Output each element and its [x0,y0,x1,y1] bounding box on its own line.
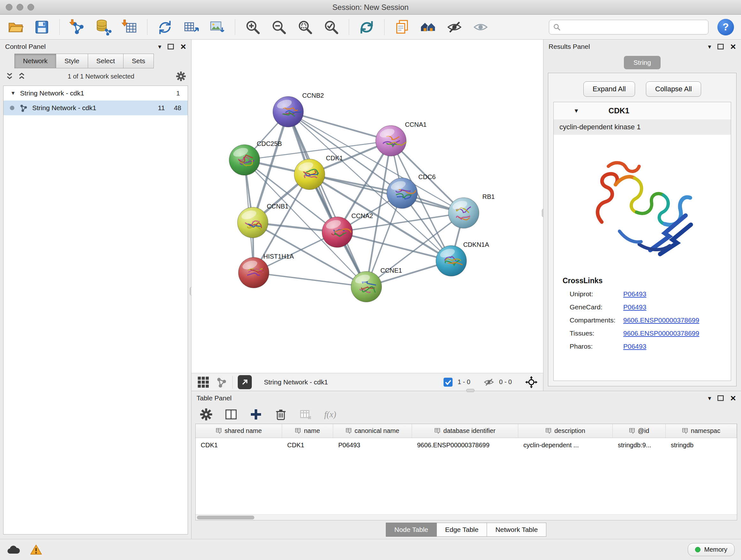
import-network-from-database-button[interactable] [95,18,112,36]
close-panel-icon[interactable]: × [180,42,186,51]
panel-menu-icon[interactable]: ▾ [158,44,161,50]
network-edge[interactable] [254,273,366,287]
zoom-window-button[interactable] [27,4,34,10]
tab-edge-table[interactable]: Edge Table [436,523,487,537]
tab-network[interactable]: Network [14,54,56,68]
create-column-plus-icon[interactable] [250,408,262,421]
column-header[interactable]: shared name [196,424,282,438]
help-button[interactable]: ? [718,19,734,36]
table-cell[interactable]: stringdb [666,438,737,452]
grid-view-icon[interactable] [197,375,210,389]
column-header[interactable]: namespac [666,424,737,438]
open-session-button[interactable] [7,18,24,36]
zoom-selected-button[interactable] [323,18,340,36]
hide-graphics-button[interactable] [446,18,463,36]
network-canvas[interactable]: CCNB2CCNA1CDC25BCDK1CDC6RB1CCNB1CCNA2CDK… [192,40,543,373]
network-node-cdk1[interactable]: CDK1 [294,154,343,190]
tab-select[interactable]: Select [88,54,124,68]
genecard-link[interactable]: P06493 [623,303,646,311]
import-network-from-file-button[interactable] [69,18,86,36]
copy-button[interactable] [394,18,411,36]
birds-eye-view-icon[interactable] [525,375,538,389]
tab-style[interactable]: Style [56,54,88,68]
results-panel-header: Results Panel ▾ × [543,40,741,54]
delete-column-trash-icon[interactable] [274,408,287,421]
table-cell[interactable]: stringdb:9... [613,438,666,452]
new-network-button[interactable] [156,18,174,36]
home-button[interactable] [420,18,437,36]
export-image-button[interactable] [209,18,226,36]
tissues-link[interactable]: 9606.ENSP00000378699 [623,329,699,337]
tab-sets[interactable]: Sets [123,54,154,68]
float-panel-icon[interactable] [167,44,174,50]
horizontal-scrollbar[interactable] [196,514,737,520]
network-node-cdc6[interactable]: CDC6 [387,173,435,208]
float-panel-icon[interactable] [718,44,724,50]
collapse-all-chevron-icon[interactable] [17,72,26,81]
zoom-out-button[interactable] [270,18,287,36]
scrollbar-thumb[interactable] [197,516,254,519]
show-graphics-button[interactable] [472,18,489,36]
expand-all-chevron-icon[interactable] [5,72,14,81]
horizontal-splitter-handle[interactable] [466,389,475,392]
crosslink-row: GeneCard: P06493 [562,303,731,311]
network-node-hist1h1a[interactable]: HIST1H1A [239,253,294,288]
tab-node-table[interactable]: Node Table [386,523,437,537]
table-settings-gear-icon[interactable] [200,408,212,421]
network-node-ccnb2[interactable]: CCNB2 [273,92,324,127]
node-label: CCNE1 [381,267,402,274]
table-cell[interactable]: cyclin-dependent ... [518,438,613,452]
collection-collapse-icon[interactable]: ▼ [10,90,16,96]
pharos-link[interactable]: P06493 [623,343,646,350]
network-node-ccna1[interactable]: CCNA1 [376,121,427,156]
table-cell[interactable]: P06493 [333,438,412,452]
close-panel-icon[interactable]: × [730,393,736,403]
import-table-from-file-button[interactable] [121,18,138,36]
expand-all-button[interactable]: Expand All [583,81,635,97]
warning-icon[interactable] [30,544,42,555]
zoom-in-button[interactable] [244,18,261,36]
collapse-all-button[interactable]: Collapse All [646,81,701,97]
column-header[interactable]: name [282,424,333,438]
tab-string[interactable]: String [624,56,661,69]
network-node-ccnb1[interactable]: CCNB1 [238,203,288,238]
column-header[interactable]: canonical name [333,424,412,438]
network-collection-row[interactable]: ▼ String Network - cdk1 1 [3,86,188,101]
panel-menu-icon[interactable]: ▾ [708,44,711,50]
float-panel-icon[interactable] [718,395,724,401]
network-node-rb1[interactable]: RB1 [448,193,495,228]
selected-checkbox-icon[interactable] [443,377,453,387]
column-header[interactable]: @id [613,424,666,438]
tab-network-table[interactable]: Network Table [487,523,546,537]
close-window-button[interactable] [6,4,12,10]
table-cell[interactable]: CDK1 [282,438,333,452]
cloud-status-icon[interactable] [6,545,20,555]
close-panel-icon[interactable]: × [730,42,736,51]
section-collapse-icon[interactable]: ▼ [574,108,579,114]
network-options-gear-icon[interactable] [176,71,186,81]
show-columns-icon[interactable] [225,408,238,421]
network-row[interactable]: String Network - cdk1 11 48 [3,101,188,115]
network-view-icon[interactable] [215,376,227,388]
table-cell[interactable]: 9606.ENSP00000378699 [412,438,518,452]
column-header[interactable]: database identifier [412,424,518,438]
function-builder-button[interactable]: f(x) [324,410,336,420]
search-input[interactable] [564,23,704,30]
node-label: CCNA2 [351,212,373,219]
zoom-fit-button[interactable] [296,18,314,36]
uniprot-link[interactable]: P06493 [623,290,646,298]
column-header[interactable]: description [518,424,613,438]
protein-section-header[interactable]: ▼ CDK1 [554,102,731,119]
compartments-link[interactable]: 9606.ENSP00000378699 [623,316,699,324]
hidden-eye-slash-icon[interactable] [483,376,495,388]
network-edge[interactable] [288,112,366,287]
table-row[interactable]: CDK1 CDK1 P06493 9606.ENSP00000378699 cy… [196,438,737,452]
panel-menu-icon[interactable]: ▾ [708,395,711,401]
save-session-button[interactable] [33,18,51,36]
table-cell[interactable]: CDK1 [196,438,282,452]
open-in-window-button[interactable] [238,375,252,389]
refresh-button[interactable] [358,18,375,36]
memory-button[interactable]: Memory [688,543,735,556]
minimize-window-button[interactable] [17,4,23,10]
new-network-from-table-button[interactable] [183,18,200,36]
